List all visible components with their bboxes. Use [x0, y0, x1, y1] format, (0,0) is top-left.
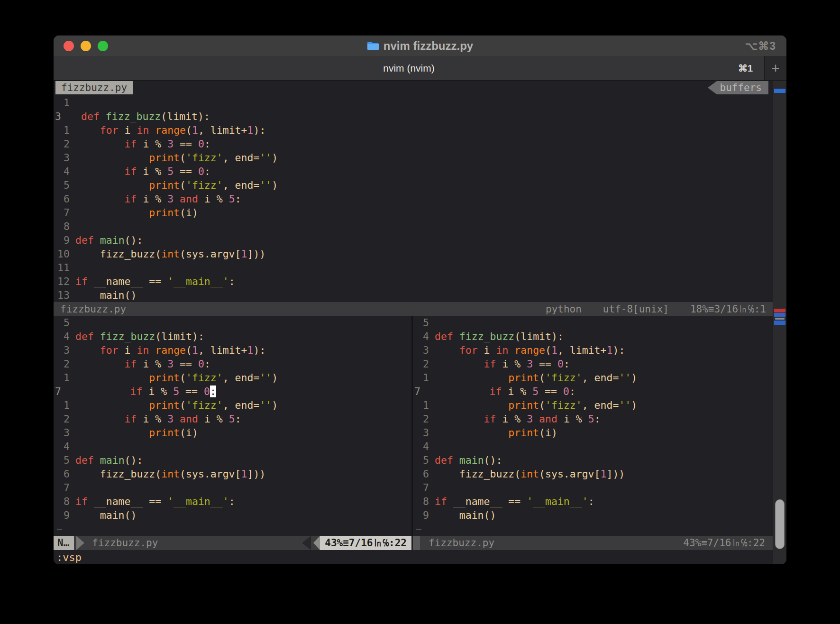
cursor-block: :: [210, 385, 216, 397]
zoom-button[interactable]: [98, 41, 108, 51]
editor-window-top[interactable]: 13def fizz_buzz(limit):1 for i in range(…: [54, 95, 773, 302]
code-token: , end=: [223, 372, 260, 384]
empty-buffer-line: ~: [54, 522, 411, 536]
line-number: 1: [413, 398, 435, 412]
editor-window-bottom-left[interactable]: 54def fizz_buzz(limit):3 for i in range(…: [54, 316, 411, 536]
code-token: '': [259, 399, 272, 411]
code-token: ])): [247, 248, 265, 260]
code-token: [75, 427, 149, 439]
tab-nvim[interactable]: nvim (nvim) ⌘1: [54, 56, 764, 80]
close-button[interactable]: [64, 41, 74, 51]
statusline-bottom-right: fizzbuzz.py 43%≡7/16㏑℅:22: [413, 536, 773, 550]
code-line: 5 print('fizz', end=''): [54, 178, 773, 192]
code-token: (: [539, 372, 545, 384]
powerline-left-notch-icon: [302, 536, 311, 550]
code-token: 5: [229, 413, 235, 425]
line-number: 11: [54, 261, 75, 275]
code-token: def: [75, 234, 94, 246]
code-line: 2 if i % 3 == 0:: [413, 357, 773, 371]
code-token: [435, 358, 484, 370]
scrollbar-rail[interactable]: [773, 81, 786, 564]
new-tab-button[interactable]: +: [764, 56, 786, 80]
code-token: '': [259, 152, 272, 164]
code-token: [435, 427, 508, 439]
code-token: 1: [607, 344, 613, 356]
code-token: (sys.argv[: [539, 468, 600, 480]
code-token: __name__ ==: [88, 496, 167, 507]
code-token: def: [75, 454, 94, 466]
code-token: print: [149, 399, 180, 411]
code-token: ==: [539, 385, 563, 397]
code-token: [435, 413, 484, 425]
window-titlebar[interactable]: nvim fizzbuzz.py ⌥⌘3: [54, 36, 786, 56]
code-token: [94, 234, 100, 246]
code-token: int: [520, 468, 539, 480]
minimize-button[interactable]: [81, 41, 91, 51]
code-token: fizz_buzz(: [435, 468, 520, 480]
line-number: 7: [413, 481, 435, 495]
buffer-tab-fizzbuzz[interactable]: fizzbuzz.py: [55, 81, 133, 94]
code-token: if: [125, 413, 137, 425]
code-token: if: [484, 358, 496, 370]
scroll-mark-red: [774, 309, 785, 312]
code-token: [149, 124, 155, 136]
statusline-filename: fizzbuzz.py: [54, 303, 126, 315]
code-token: 0: [563, 385, 569, 397]
code-token: [435, 372, 508, 384]
code-token: i %: [496, 413, 527, 425]
code-line: 2 if i % 3 == 0:: [54, 137, 773, 151]
code-line: 8if __name__ == '__main__':: [54, 495, 411, 508]
code-token: :: [235, 413, 241, 425]
code-token: [94, 330, 100, 342]
code-text: if i % 5 == 0:: [75, 165, 210, 178]
code-token: 'fizz': [186, 399, 223, 411]
line-number: 1: [54, 123, 75, 137]
buffers-menu[interactable]: buffers: [708, 81, 768, 94]
statusline-encoding: utf-8[unix]: [603, 303, 669, 315]
statusline-filename: fizzbuzz.py: [84, 537, 158, 549]
line-number: 9: [413, 508, 435, 522]
code-token: [533, 413, 539, 425]
code-token: i: [119, 124, 137, 136]
line-number: 2: [413, 412, 435, 426]
tilde-marker: ~: [413, 522, 422, 536]
line-number: 9: [54, 233, 75, 247]
code-line: 3 print(i): [54, 426, 411, 440]
code-text: if i % 3 and i % 5:: [75, 192, 241, 206]
nvim-tabline: fizzbuzz.py buffers: [54, 81, 773, 95]
code-text: def main():: [75, 453, 143, 467]
code-token: (limit):: [155, 330, 204, 342]
scrollbar-thumb[interactable]: [775, 499, 785, 549]
bottom-statuslines: N… fizzbuzz.py 43%≡7/16㏑℅:22 fizzbuzz.py…: [54, 536, 773, 550]
code-token: ():: [125, 454, 143, 466]
code-token: 3: [527, 413, 533, 425]
code-text: def main():: [435, 453, 502, 467]
line-number: 3: [54, 343, 75, 357]
line-number: 6: [413, 467, 435, 481]
code-text: print('fizz', end=''): [435, 398, 637, 412]
code-token: range: [155, 124, 186, 136]
command-line[interactable]: :vsp: [54, 550, 773, 564]
line-number: 6: [54, 192, 75, 206]
code-token: (: [186, 344, 192, 356]
code-token: print: [149, 372, 180, 384]
code-token: 1: [247, 124, 254, 136]
code-text: if __name__ == '__main__':: [435, 495, 594, 508]
code-token: main: [100, 454, 125, 466]
code-text: for i in range(1, limit+1):: [435, 343, 625, 357]
editor-window-bottom-right[interactable]: 54def fizz_buzz(limit):3 for i in range(…: [413, 316, 773, 536]
code-text: fizz_buzz(int(sys.argv[1])): [435, 467, 625, 481]
code-token: and: [180, 193, 198, 205]
code-token: 3: [527, 358, 533, 370]
code-token: (sys.argv[: [180, 248, 241, 260]
code-token: , end=: [582, 399, 619, 411]
code-token: ):: [612, 344, 625, 356]
code-token: , end=: [582, 372, 619, 384]
code-token: if: [490, 385, 502, 397]
line-number: 5: [413, 453, 435, 467]
code-text: print('fizz', end=''): [75, 151, 278, 165]
code-token: if: [484, 413, 496, 425]
code-token: print: [149, 427, 180, 439]
powerline-left-arrow-icon: [313, 536, 320, 550]
code-token: fizz_buzz(: [75, 248, 161, 260]
